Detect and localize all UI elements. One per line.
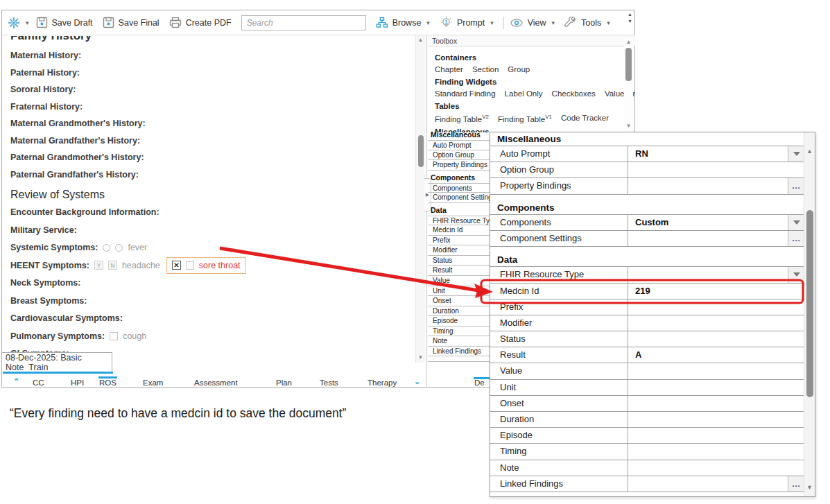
tab-therapy[interactable]: Therapy — [368, 379, 397, 387]
radio-button[interactable] — [115, 244, 123, 252]
dropdown-button[interactable] — [788, 146, 804, 162]
scroll-up-icon[interactable]: ▲ — [628, 12, 632, 17]
finding-label[interactable]: Paternal Grandfather's History: — [10, 170, 411, 180]
property-row-medcin-id[interactable]: Medcin Id 219 — [490, 284, 804, 299]
toolbox-item-checkboxes[interactable]: Checkboxes — [552, 89, 596, 98]
ellipsis-button[interactable]: ... — [788, 178, 804, 193]
property-row-unit[interactable]: Unit — [490, 380, 804, 396]
finding-label[interactable]: HEENT Symptoms: — [10, 261, 89, 270]
property-row-value[interactable]: Value — [490, 363, 804, 379]
ellipsis-button[interactable]: ... — [788, 476, 804, 492]
empty-checkbox[interactable] — [186, 261, 194, 270]
tab-tests[interactable]: Tests — [320, 379, 338, 387]
scroll-down-icon[interactable]: ▼ — [804, 484, 815, 491]
tab-design-partial[interactable]: De — [474, 379, 485, 387]
scroll-down-icon[interactable]: ▼ — [628, 19, 632, 24]
toolbar-scroll-spinner[interactable]: ▲ ▼ — [628, 12, 632, 24]
scroll-down-icon[interactable]: ▼ — [416, 354, 425, 361]
property-row-episode[interactable]: Episode — [490, 428, 804, 444]
tab-assessment[interactable]: Assessment — [194, 379, 238, 387]
chevron-up-icon[interactable]: ⌃ — [13, 377, 19, 386]
finding-sore-throat-label[interactable]: sore throat — [199, 261, 241, 270]
property-row-timing[interactable]: Timing — [490, 444, 804, 460]
search-input[interactable] — [241, 15, 366, 31]
finding-label[interactable]: Systemic Symptoms: — [10, 243, 98, 252]
ellipsis-button[interactable]: ... — [788, 231, 804, 246]
tab-hpi[interactable]: HPI — [71, 379, 84, 387]
finding-label[interactable]: Pulmonary Symptoms: — [10, 331, 105, 341]
property-row-result[interactable]: Result A — [490, 347, 804, 363]
save-draft-button[interactable]: Save Draft — [36, 17, 93, 28]
property-row-auto-prompt[interactable]: Auto Prompt RN — [490, 146, 804, 162]
chapter-tab-strip: ⌃ CC HPI ROS Exam Assessment Plan Tests … — [2, 376, 426, 388]
finding-label[interactable]: Cardiovascular Symptoms: — [10, 313, 123, 323]
scrollbar-thumb[interactable] — [625, 48, 632, 81]
tab-cc[interactable]: CC — [33, 379, 44, 387]
scroll-down-icon[interactable]: ▼ — [624, 123, 633, 130]
empty-checkbox[interactable] — [110, 332, 118, 340]
toolbox-item-code-tracker[interactable]: Code Tracker — [561, 114, 609, 123]
finding-headache[interactable]: headache — [122, 261, 160, 270]
save-final-button[interactable]: Save Final — [103, 17, 159, 28]
scroll-up-icon[interactable]: ▲ — [416, 37, 425, 44]
toolbox-item-group[interactable]: Group — [508, 65, 530, 73]
finding-sore-throat-selected[interactable]: ✕ sore throat — [166, 257, 246, 274]
property-row-component-settings[interactable]: Component Settings ... — [490, 231, 804, 247]
property-row-onset[interactable]: Onset — [490, 396, 804, 412]
yes-checkbox[interactable]: Y — [94, 261, 103, 270]
finding-label[interactable]: Breast Symptoms: — [10, 296, 87, 306]
tools-button[interactable]: Tools ▾ — [564, 17, 610, 29]
scroll-up-icon[interactable]: ▲ — [804, 148, 815, 155]
property-row-fhir-resource-type[interactable]: FHIR Resource Type — [490, 267, 804, 283]
note-tab[interactable]: 08-Dec-2025: Basic Note_Train — [2, 352, 112, 372]
app-menu-button[interactable]: ▾ — [8, 17, 29, 29]
create-pdf-button[interactable]: Create PDF — [169, 17, 232, 28]
starburst-icon — [8, 17, 20, 29]
property-row-duration[interactable]: Duration — [490, 412, 804, 428]
no-checkbox[interactable]: N — [108, 261, 117, 270]
toolbox-item-standard-finding[interactable]: Standard Finding — [435, 89, 496, 98]
property-row-note[interactable]: Note — [490, 460, 804, 476]
finding-label[interactable]: Maternal Grandfather's History: — [10, 136, 411, 146]
document-scrollbar[interactable]: ▲ ▼ — [415, 35, 425, 363]
finding-label[interactable]: Maternal Grandmother's History: — [10, 119, 411, 128]
finding-label[interactable]: Neck Symptoms: — [10, 278, 80, 288]
finding-cough[interactable]: cough — [123, 331, 146, 341]
radio-button[interactable] — [103, 244, 110, 252]
toolbox-scrollbar[interactable]: ▲ ▼ — [624, 38, 633, 130]
dropdown-button[interactable] — [788, 267, 804, 282]
finding-label[interactable]: Encounter Background Information: — [10, 207, 159, 217]
chevron-down-icon[interactable]: ⌄ — [414, 377, 420, 386]
scroll-up-icon[interactable]: ▲ — [624, 39, 633, 46]
view-button[interactable]: View ▾ — [510, 17, 555, 28]
finding-label[interactable]: Military Service: — [10, 225, 77, 235]
scrollbar-thumb[interactable] — [418, 135, 424, 167]
toolbox-item-finding-table-v1[interactable]: Finding TableV1 — [498, 114, 552, 123]
properties-scrollbar[interactable]: ▲ ▼ — [804, 132, 815, 496]
finding-label[interactable]: Sororal History: — [10, 85, 411, 94]
prompt-button[interactable]: 1 Prompt ▾ — [440, 16, 494, 29]
toolbox-item-chapter[interactable]: Chapter — [435, 65, 463, 73]
dropdown-button[interactable] — [788, 215, 804, 230]
property-row-components[interactable]: Components Custom — [490, 215, 804, 231]
property-row-modifier[interactable]: Modifier — [490, 315, 804, 331]
property-row-prefix[interactable]: Prefix — [490, 299, 804, 315]
tab-ros-active[interactable]: ROS — [99, 379, 116, 387]
tab-exam[interactable]: Exam — [143, 379, 163, 387]
browse-button[interactable]: Browse ▾ — [376, 17, 430, 28]
property-row-linked-findings[interactable]: Linked Findings ... — [490, 476, 804, 492]
property-row-property-bindings[interactable]: Property Bindings ... — [490, 178, 804, 194]
finding-label[interactable]: Fraternal History: — [10, 102, 411, 112]
tab-plan[interactable]: Plan — [276, 379, 292, 387]
property-row-status[interactable]: Status — [490, 331, 804, 347]
toolbox-item-finding-table-v2[interactable]: Finding TableV2 — [435, 114, 489, 123]
scrollbar-thumb[interactable] — [806, 210, 813, 397]
toolbox-item-section[interactable]: Section — [472, 65, 499, 73]
property-row-option-group[interactable]: Option Group — [490, 162, 804, 178]
toolbox-item-label-only[interactable]: Label Only — [505, 89, 543, 98]
finding-label[interactable]: Maternal History: — [10, 51, 411, 60]
finding-label[interactable]: Paternal Grandmother's History: — [10, 153, 411, 162]
checked-checkbox[interactable]: ✕ — [172, 261, 181, 270]
finding-fever[interactable]: fever — [128, 243, 147, 252]
finding-label[interactable]: Paternal History: — [10, 68, 411, 78]
